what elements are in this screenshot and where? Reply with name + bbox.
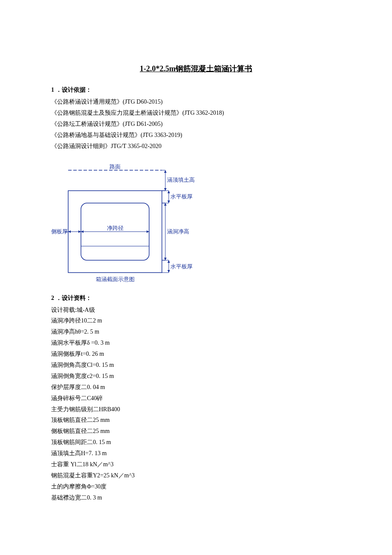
svg-marker-12 <box>167 191 170 193</box>
svg-marker-25 <box>68 230 71 233</box>
spec-item: 保护层厚度二0. 04 m <box>51 382 341 393</box>
diagram-net-span-label: 净跨径 <box>107 225 124 231</box>
svg-marker-26 <box>78 230 81 233</box>
diagram-caption: 箱涵截面示意图 <box>96 276 135 282</box>
diagram-horiz-plate-label: 水平板厚 <box>170 193 193 200</box>
spec-item: 士容重 Yl二18 kN／m^3 <box>51 459 341 470</box>
spec-item: 涵洞净高hθ=2. 5 m <box>51 326 341 337</box>
svg-marker-29 <box>81 230 84 233</box>
svg-marker-8 <box>164 188 167 191</box>
reference-item: 《公路钢筋混凝土及预应力混凝土桥涵设计规范》(JTG 3362-2018) <box>51 108 341 119</box>
svg-marker-23 <box>167 270 170 273</box>
spec-item: 主受力钢筋级别二HRB400 <box>51 404 341 415</box>
spec-item: 顶板钢筋直径二25 mm <box>51 415 341 426</box>
svg-marker-30 <box>147 230 149 233</box>
cross-section-diagram: 路面 涵顶填土高 水平板厚 涵洞净高 水平板厚 <box>51 163 196 286</box>
spec-item: 涵洞倒角高度Cl=0. 15 m <box>51 360 341 371</box>
spec-item: 涵洞侧板厚t=0. 26 m <box>51 349 341 360</box>
spec-item: 土的内摩擦角Φ=30度 <box>51 481 341 492</box>
page-title: 1-2.0*2.5m钢筋混凝土箱涵计算书 <box>51 62 341 76</box>
reference-item: 《公路桥涵设计通用规范》(JTG D60-2015) <box>51 96 341 108</box>
spec-item: 涵顶填土高H=7. 13 m <box>51 448 341 459</box>
reference-item: 《公路涵洞设计细则》JTG/T 3365-02-2020 <box>51 141 341 152</box>
section2-header: 2 ．设计资料： <box>51 293 341 304</box>
diagram-side-plate-label: 侧板厚 <box>51 228 68 235</box>
diagram-fill-height-label: 涵顶填土高 <box>167 177 195 183</box>
spec-item: 涵身碎标号二C40碎 <box>51 393 341 404</box>
spec-item: 侧板钢筋直径二25 mm <box>51 426 341 437</box>
reference-item: 《公路坛工桥涵设计规范》(JTG D61-2005) <box>51 119 341 130</box>
svg-marker-17 <box>164 203 167 206</box>
svg-marker-7 <box>164 170 167 173</box>
svg-marker-13 <box>167 200 170 203</box>
section1-header: 1 ．设计依据： <box>51 84 341 96</box>
svg-marker-22 <box>167 260 170 263</box>
diagram-road-label: 路面 <box>110 163 121 170</box>
spec-item: 设计荷载:城-A级 <box>51 305 341 316</box>
spec-item: 钢筋混凝土容重Y2=25 kN／m^3 <box>51 470 341 481</box>
spec-item: 涵洞倒角宽度c2=0. 15 m <box>51 371 341 382</box>
svg-marker-18 <box>164 258 167 260</box>
spec-item: 涵洞净跨径10二2 m <box>51 315 341 326</box>
reference-item: 《公路桥涵地基与基础设计规范》(JTG 3363-2019) <box>51 130 341 141</box>
diagram-net-height-label: 涵洞净高 <box>167 228 189 235</box>
spec-item: 涵洞水平板厚δ =0. 3 m <box>51 337 341 349</box>
spec-item: 基础襟边宽二0. 3 m <box>51 492 341 503</box>
spec-item: 顶板钢筋间距二0. 15 m <box>51 437 341 448</box>
diagram-horiz-plate-label2: 水平板厚 <box>170 263 193 270</box>
